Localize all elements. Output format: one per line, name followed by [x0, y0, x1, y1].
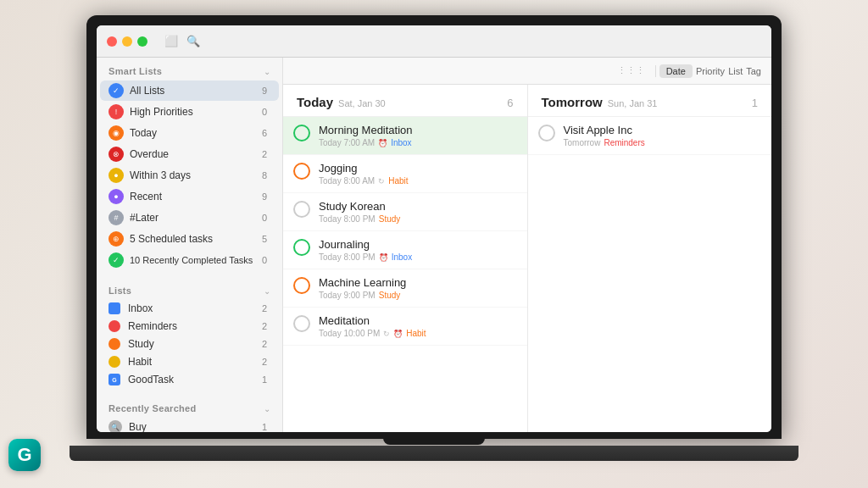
- sidebar-item-today[interactable]: ◉ Today 6: [100, 123, 279, 143]
- sidebar-item-study[interactable]: Study 2: [100, 336, 279, 352]
- task-meditation[interactable]: Meditation Today 10:00 PM ↻ ⏰ Habit: [283, 308, 527, 346]
- laptop-base: [70, 446, 798, 461]
- maximize-button[interactable]: [137, 36, 147, 47]
- lists-chevron-icon[interactable]: ⌄: [264, 286, 270, 296]
- today-count: 6: [262, 128, 267, 138]
- sidebar-item-completed[interactable]: ✓ 10 Recently Completed Tasks 0: [100, 250, 279, 270]
- morning-meditation-title: Morning Meditation: [319, 124, 517, 136]
- meditation-list: Habit: [406, 329, 426, 338]
- task-journaling[interactable]: Journaling Today 8:00 PM ⏰ Inbox: [283, 231, 527, 269]
- task-morning-meditation[interactable]: Morning Meditation Today 7:00 AM ⏰ Inbox: [283, 117, 527, 155]
- recently-searched-chevron-icon[interactable]: ⌄: [264, 404, 270, 413]
- title-bar-icons: ⬜ 🔍: [164, 35, 200, 47]
- today-column-header: Today Sat, Jan 30 6: [283, 85, 527, 117]
- visit-apple-list: Reminders: [604, 138, 644, 147]
- task-study-korean[interactable]: Study Korean Today 8:00 PM Study: [283, 193, 527, 231]
- sidebar-item-recent[interactable]: ● Recent 9: [100, 186, 279, 207]
- study-korean-body: Study Korean Today 8:00 PM Study: [319, 200, 517, 224]
- journaling-title: Journaling: [319, 238, 517, 251]
- tomorrow-column: Tomorrow Sun, Jan 31 1 Visit Appl: [528, 58, 772, 432]
- morning-meditation-body: Morning Meditation Today 7:00 AM ⏰ Inbox: [319, 124, 517, 147]
- meditation-checkbox[interactable]: [293, 315, 310, 332]
- smart-lists-chevron-icon[interactable]: ⌄: [264, 67, 270, 76]
- journaling-checkbox[interactable]: [293, 239, 310, 256]
- sort-divider: [655, 65, 656, 77]
- study-label: Study: [128, 338, 262, 350]
- sidebar-item-all-lists[interactable]: ✓ All Lists 9: [100, 80, 279, 101]
- high-priorities-label: High Priorities: [130, 106, 262, 118]
- inbox-count: 2: [262, 303, 267, 313]
- morning-meditation-meta: Today 7:00 AM ⏰ Inbox: [319, 138, 517, 147]
- sidebar-item-within-3-days[interactable]: ● Within 3 days 8: [100, 165, 279, 186]
- sidebar-item-goodtask[interactable]: G GoodTask 1: [100, 371, 279, 388]
- title-bar: ⬜ 🔍: [97, 25, 771, 58]
- sidebar-item-overdue[interactable]: ⊗ Overdue 2: [100, 144, 279, 164]
- sidebar-item-scheduled[interactable]: ⊕ 5 Scheduled tasks 5: [100, 229, 279, 249]
- later-count: 0: [262, 213, 267, 223]
- close-button[interactable]: [107, 36, 117, 47]
- sort-icon: ⋮⋮⋮: [617, 65, 645, 76]
- machine-learning-meta: Today 9:00 PM Study: [319, 291, 517, 300]
- sidebar-item-high-priorities[interactable]: ! High Priorities 0: [100, 102, 279, 122]
- high-priorities-icon: !: [108, 104, 124, 119]
- high-priorities-count: 0: [262, 107, 267, 117]
- machine-learning-list: Study: [379, 291, 401, 300]
- study-icon: [108, 338, 120, 350]
- visit-apple-body: Visit Apple Inc Tomorrow Reminders: [564, 124, 762, 147]
- sort-priority-button[interactable]: Priority: [696, 66, 725, 76]
- tomorrow-count: 1: [752, 97, 758, 109]
- meditation-meta: Today 10:00 PM ↻ ⏰ Habit: [319, 329, 517, 338]
- recently-searched-label: Recently Searched: [108, 403, 197, 413]
- overdue-icon: ⊗: [108, 147, 124, 162]
- journaling-alarm-icon: ⏰: [379, 253, 388, 262]
- journaling-meta: Today 8:00 PM ⏰ Inbox: [319, 252, 517, 262]
- task-machine-learning[interactable]: Machine Learning Today 9:00 PM Study: [283, 269, 527, 308]
- within-3-days-icon: ●: [108, 168, 124, 183]
- within-3-days-label: Within 3 days: [130, 169, 262, 181]
- jogging-time: Today 8:00 AM: [319, 176, 375, 186]
- jogging-checkbox[interactable]: [293, 163, 310, 180]
- sidebar-item-reminders[interactable]: Reminders 2: [100, 318, 279, 335]
- meditation-body: Meditation Today 10:00 PM ↻ ⏰ Habit: [319, 314, 517, 338]
- morning-meditation-time: Today 7:00 AM: [319, 138, 375, 147]
- sidebar-toggle-icon[interactable]: ⬜: [164, 35, 178, 47]
- goodtask-count: 1: [262, 374, 267, 385]
- journaling-body: Journaling Today 8:00 PM ⏰ Inbox: [319, 238, 517, 262]
- task-jogging[interactable]: Jogging Today 8:00 AM ↻ Habit: [283, 155, 527, 193]
- sidebar-item-later[interactable]: # #Later 0: [100, 208, 279, 228]
- morning-meditation-checkbox[interactable]: [293, 125, 310, 141]
- visit-apple-checkbox[interactable]: [538, 125, 555, 141]
- jogging-list: Habit: [388, 176, 408, 186]
- tomorrow-subtitle: Sun, Jan 31: [608, 98, 658, 108]
- visit-apple-title: Visit Apple Inc: [564, 124, 762, 136]
- tomorrow-title: Tomorrow: [542, 95, 603, 109]
- study-korean-time: Today 8:00 PM: [319, 214, 376, 224]
- scheduled-label: 5 Scheduled tasks: [130, 233, 262, 245]
- study-korean-title: Study Korean: [319, 200, 517, 213]
- recent-icon: ●: [108, 189, 124, 204]
- sidebar-item-habit[interactable]: Habit 2: [100, 353, 279, 370]
- task-visit-apple[interactable]: Visit Apple Inc Tomorrow Reminders: [528, 117, 772, 155]
- sidebar-item-buy[interactable]: 🔍 Buy 1: [100, 418, 279, 432]
- search-icon[interactable]: 🔍: [186, 35, 200, 47]
- reminders-icon: [108, 320, 120, 332]
- machine-learning-checkbox[interactable]: [293, 277, 310, 294]
- study-korean-checkbox[interactable]: [293, 201, 310, 218]
- sidebar-item-inbox[interactable]: Inbox 2: [100, 300, 279, 317]
- habit-count: 2: [262, 357, 267, 367]
- minimize-button[interactable]: [122, 36, 132, 47]
- visit-apple-meta: Tomorrow Reminders: [564, 138, 762, 147]
- visit-apple-time: Tomorrow: [564, 138, 601, 147]
- tasks-area: ⋮⋮⋮ Date Priority List Tag: [283, 58, 771, 432]
- reminders-label: Reminders: [128, 320, 262, 332]
- all-lists-label: All Lists: [130, 85, 262, 97]
- sort-tag-button[interactable]: Tag: [746, 66, 761, 76]
- all-lists-icon: ✓: [108, 83, 124, 98]
- today-column: Today Sat, Jan 30 6 Morning Medit: [283, 58, 528, 432]
- sort-date-button[interactable]: Date: [659, 64, 693, 78]
- recent-label: Recent: [130, 191, 262, 202]
- habit-icon: [108, 356, 120, 368]
- reminders-count: 2: [262, 321, 267, 331]
- sort-list-button[interactable]: List: [728, 66, 743, 76]
- lists-section-header: Lists ⌄: [97, 277, 282, 299]
